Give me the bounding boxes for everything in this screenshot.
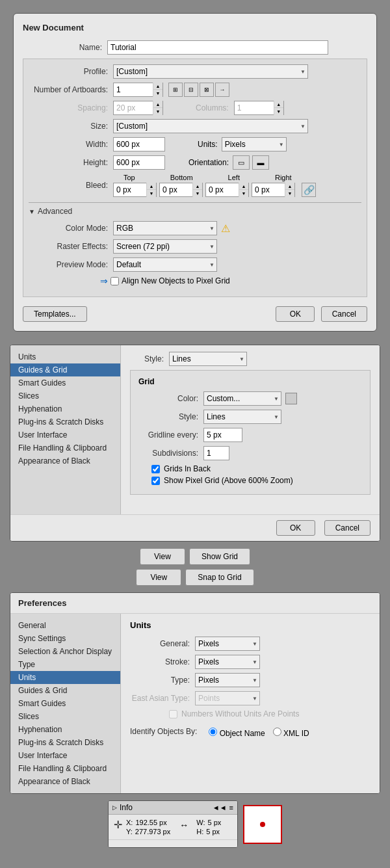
units-sidebar-ui[interactable]: User Interface [10, 749, 120, 762]
bleed-top-up[interactable]: ▲ [147, 183, 156, 190]
advanced-triangle-icon: ▼ [29, 208, 35, 215]
grid-color-swatch[interactable] [285, 393, 297, 404]
columns-down-btn[interactable]: ▼ [274, 108, 283, 115]
bleed-label: Bleed: [29, 181, 113, 190]
units-sidebar-type[interactable]: Type [10, 658, 120, 671]
preview-select[interactable]: Default [113, 257, 217, 272]
units-sidebar-file[interactable]: File Handling & Clipboard [10, 762, 120, 775]
units-sidebar-smart[interactable]: Smart Guides [10, 697, 120, 710]
units-sidebar-slices[interactable]: Slices [10, 710, 120, 723]
bleed-top-down[interactable]: ▼ [147, 190, 156, 197]
artboard-row-icon[interactable]: ⊟ [184, 83, 198, 97]
pixel-grid-checkbox[interactable] [110, 277, 119, 285]
sidebar-item-slices[interactable]: Slices [10, 389, 120, 402]
view-button-1[interactable]: View [140, 548, 185, 565]
info-collapse-icon[interactable]: ▷ [112, 804, 117, 811]
view-button-2[interactable]: View [136, 569, 181, 586]
bleed-bottom-label: Bottom [170, 174, 193, 181]
units-sidebar-sync[interactable]: Sync Settings [10, 632, 120, 645]
info-wh: W: 5 px H: 5 px [196, 819, 221, 835]
bleed-right-up[interactable]: ▲ [285, 183, 294, 190]
units-east-asian-select[interactable]: Points [195, 691, 260, 705]
info-arrow-icon[interactable]: ◄◄ [213, 804, 227, 811]
bleed-right-input[interactable] [252, 183, 285, 196]
bleed-left-input[interactable] [206, 183, 239, 196]
prefs-units-layout: General Sync Settings Selection & Anchor… [10, 614, 380, 793]
artboards-down-btn[interactable]: ▼ [153, 90, 162, 97]
sidebar-item-appearance[interactable]: Appearance of Black [10, 454, 120, 467]
sidebar-item-smart-guides[interactable]: Smart Guides [10, 376, 120, 389]
columns-input[interactable] [235, 101, 274, 114]
bleed-right-down[interactable]: ▼ [285, 190, 294, 197]
units-general-select[interactable]: Pixels [195, 637, 260, 651]
units-stroke-select[interactable]: Pixels [195, 655, 260, 669]
xml-id-radio[interactable] [273, 728, 281, 736]
sidebar-item-plugins[interactable]: Plug-ins & Scratch Disks [10, 415, 120, 428]
ok-button[interactable]: OK [276, 306, 315, 322]
object-name-radio[interactable] [209, 728, 217, 736]
xml-id-radio-label[interactable]: XML ID [273, 728, 309, 738]
spacing-up-btn[interactable]: ▲ [153, 101, 162, 108]
guides-style-select[interactable]: Lines [169, 352, 247, 366]
sidebar-item-guides[interactable]: Guides & Grid [10, 363, 120, 376]
show-grid-button[interactable]: Show Grid [189, 548, 250, 565]
units-sidebar-selection[interactable]: Selection & Anchor Display [10, 645, 120, 658]
units-sidebar-plugins[interactable]: Plug-ins & Scratch Disks [10, 736, 120, 749]
units-type-select[interactable]: Pixels [195, 673, 260, 687]
units-sidebar-general[interactable]: General [10, 619, 120, 632]
sidebar-item-units[interactable]: Units [10, 350, 120, 363]
units-sidebar-hyphenation[interactable]: Hyphenation [10, 723, 120, 736]
numbers-without-units-checkbox[interactable] [169, 710, 177, 718]
templates-button[interactable]: Templates... [23, 306, 87, 322]
spacing-input[interactable] [114, 101, 153, 114]
units-sidebar-guides[interactable]: Guides & Grid [10, 684, 120, 697]
height-input[interactable] [113, 155, 165, 170]
name-input[interactable] [107, 40, 328, 55]
artboard-arrange-icon[interactable]: → [215, 83, 229, 97]
info-section: ▷ Info ◄◄ ≡ ✛ X: 192.55 px Y: 277.973 px [10, 800, 380, 848]
bleed-bottom-down[interactable]: ▼ [193, 190, 202, 197]
bleed-left-up[interactable]: ▲ [239, 183, 248, 190]
raster-select[interactable]: Screen (72 ppi) [113, 239, 217, 254]
object-name-radio-label[interactable]: Object Name [209, 728, 265, 738]
color-mode-select-wrapper: RGB [113, 221, 217, 235]
cancel-button[interactable]: Cancel [321, 306, 367, 322]
snap-to-grid-button[interactable]: Snap to Grid [185, 569, 254, 586]
guides-style-row: Style: Lines [130, 352, 370, 366]
bleed-left-down[interactable]: ▼ [239, 190, 248, 197]
bleed-top-input[interactable] [114, 183, 146, 196]
spacing-down-btn[interactable]: ▼ [153, 108, 162, 115]
artboard-grid-icon[interactable]: ⊞ [168, 83, 183, 97]
profile-select[interactable]: [Custom] [113, 64, 308, 79]
sidebar-item-hyphenation[interactable]: Hyphenation [10, 402, 120, 415]
prefs-cancel-button[interactable]: Cancel [324, 520, 370, 536]
bleed-bottom-input[interactable] [160, 183, 192, 196]
sidebar-item-file-handling[interactable]: File Handling & Clipboard [10, 441, 120, 454]
grids-in-back-checkbox[interactable] [151, 465, 160, 473]
prefs-ok-button[interactable]: OK [276, 520, 315, 536]
artboard-col-icon[interactable]: ⊠ [200, 83, 214, 97]
units-sidebar-appearance[interactable]: Appearance of Black [10, 775, 120, 788]
info-panel: ▷ Info ◄◄ ≡ ✛ X: 192.55 px Y: 277.973 px [108, 800, 238, 848]
subdivisions-input[interactable] [203, 446, 229, 460]
show-pixel-grid-checkbox[interactable] [151, 477, 160, 485]
width-input[interactable] [113, 137, 165, 151]
color-mode-select[interactable]: RGB [113, 221, 217, 235]
bleed-bottom-up[interactable]: ▲ [193, 183, 202, 190]
grid-style-select[interactable]: Lines [203, 410, 281, 424]
landscape-btn[interactable]: ▬ [252, 155, 269, 170]
portrait-btn[interactable]: ▭ [233, 155, 250, 170]
sidebar-item-ui[interactable]: User Interface [10, 428, 120, 441]
gridline-input[interactable] [203, 428, 242, 442]
name-row: Name: [23, 40, 367, 55]
units-sidebar-units[interactable]: Units [10, 671, 120, 684]
advanced-header[interactable]: ▼ Advanced [29, 207, 361, 216]
size-select[interactable]: [Custom] [113, 119, 308, 133]
bleed-link-btn[interactable]: 🔗 [302, 183, 316, 197]
artboards-input[interactable] [114, 83, 153, 96]
units-select[interactable]: Pixels [222, 137, 287, 151]
artboards-up-btn[interactable]: ▲ [153, 83, 162, 90]
grid-color-select[interactable]: Custom... [203, 391, 281, 406]
info-menu-icon[interactable]: ≡ [229, 804, 233, 811]
columns-up-btn[interactable]: ▲ [274, 101, 283, 108]
